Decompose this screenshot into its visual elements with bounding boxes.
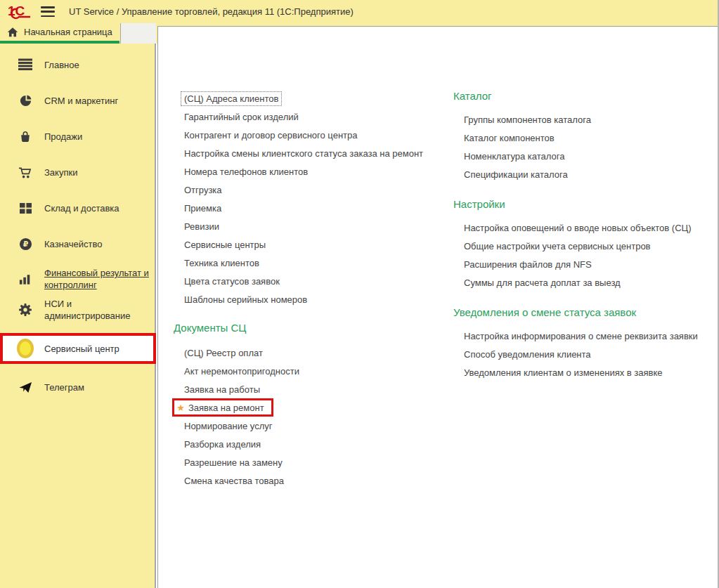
- section-title-notifications: Уведомления о смене статуса заявок: [453, 306, 719, 320]
- pie-chart-icon: [17, 94, 34, 107]
- section-sidebar: Главное CRM и маркетинг Продажи Закупки …: [0, 44, 156, 588]
- docs-links-group: (СЦ) Реестр оплат Акт неремонтопригоднос…: [184, 344, 455, 490]
- link-item[interactable]: Шаблоны серийных номеров: [184, 290, 455, 308]
- link-label[interactable]: Заявка на ремонт: [188, 403, 264, 413]
- link-item[interactable]: Каталог компонентов: [464, 129, 719, 147]
- link-item[interactable]: Разрешение на замену: [184, 453, 455, 471]
- link-item[interactable]: Сервисные центры: [184, 235, 455, 254]
- function-column-2: Каталог Группы компонентов каталога Ката…: [453, 89, 719, 396]
- tab-label: Начальная страница: [24, 27, 112, 37]
- link-item[interactable]: Настройка смены клиентского статуса зака…: [184, 144, 455, 162]
- grid-icon: [17, 202, 34, 214]
- link-item[interactable]: Отгрузка: [184, 181, 455, 199]
- sidebar-item-service-center[interactable]: Сервисный центр: [0, 333, 156, 364]
- sidebar-item-sales[interactable]: Продажи: [0, 122, 156, 150]
- link-item[interactable]: Акт неремонтопригодности: [184, 362, 455, 380]
- section-title-catalog: Каталог: [453, 89, 719, 103]
- link-item[interactable]: (СЦ) Реестр оплат: [184, 344, 455, 362]
- sidebar-item-main[interactable]: Главное: [0, 51, 156, 79]
- svg-text:₽: ₽: [22, 240, 28, 249]
- shopping-bag-icon: [17, 130, 34, 143]
- tab-home-page[interactable]: Начальная страница: [0, 23, 119, 41]
- menu-lines-icon: [17, 58, 34, 71]
- link-item[interactable]: Контрагент и договор сервисного центра: [184, 126, 455, 144]
- link-item[interactable]: Группы компонентов каталога: [464, 110, 719, 129]
- link-item[interactable]: Ревизии: [184, 217, 455, 235]
- link-item[interactable]: Уведомления клиентам о изменениях в заяв…: [464, 363, 719, 381]
- sidebar-item-purchases[interactable]: Закупки: [0, 158, 156, 186]
- yellow-circle-icon: [17, 339, 34, 358]
- telegram-icon: [17, 381, 34, 394]
- gear-icon: [17, 303, 34, 317]
- sidebar-item-warehouse[interactable]: Склад и доставка: [0, 194, 156, 222]
- 1c-logo-icon: 1С: [7, 4, 32, 20]
- section-title-docs: Документы СЦ: [174, 321, 455, 335]
- tab-strip-spacer: [120, 23, 156, 44]
- bar-chart-icon: [17, 273, 34, 285]
- link-item[interactable]: (СЦ) Адреса клиентов: [184, 89, 455, 107]
- link-item[interactable]: Способ уведомления клиента: [464, 345, 719, 363]
- sidebar-item-nsi-administration[interactable]: НСИ и администрирование: [0, 293, 156, 327]
- section-catalog: Каталог Группы компонентов каталога Ката…: [453, 89, 719, 183]
- link-item[interactable]: Суммы для расчета доплат за выезд: [464, 273, 719, 292]
- link-item[interactable]: Номера телефонов клиентов: [184, 162, 455, 181]
- sidebar-item-crm[interactable]: CRM и маркетинг: [0, 86, 156, 115]
- function-column-1: (СЦ) Адреса клиентов Гарантийный срок из…: [174, 89, 455, 490]
- link-item[interactable]: Общие настройки учета сервисных центров: [464, 237, 719, 255]
- ruble-icon: ₽: [17, 237, 34, 251]
- section-settings: Настройки Настройка оповещений о вводе н…: [453, 197, 719, 292]
- link-item[interactable]: Расширения файлов для NFS: [464, 255, 719, 273]
- link-item[interactable]: Приемка: [184, 199, 455, 217]
- shopping-cart-icon: [17, 166, 34, 179]
- sidebar-item-financial-result[interactable]: Финансовый результат и контроллинг: [0, 262, 156, 296]
- link-item[interactable]: Разборка изделия: [184, 435, 455, 453]
- sidebar-item-treasury[interactable]: ₽ Казначейство: [0, 230, 156, 258]
- link-item[interactable]: Номенклатура каталога: [464, 147, 719, 165]
- link-item[interactable]: Настройка информирования о смене реквизи…: [464, 327, 719, 345]
- section-title-settings: Настройки: [453, 197, 719, 211]
- favorite-star-icon: ★: [176, 403, 186, 413]
- link-item[interactable]: Цвета статусов заявок: [184, 272, 455, 290]
- sidebar-item-telegram[interactable]: Телеграм: [0, 373, 156, 401]
- link-item[interactable]: Техника клиентов: [184, 254, 455, 272]
- title-bar: 1С UT Service / Управление торговлей, ре…: [0, 0, 719, 23]
- link-item[interactable]: Спецификации каталога: [464, 165, 719, 183]
- link-repair-request-annotated[interactable]: ★ Заявка на ремонт: [172, 398, 273, 417]
- service-links-group: (СЦ) Адреса клиентов Гарантийный срок из…: [184, 89, 455, 308]
- link-item[interactable]: Нормирование услуг: [184, 417, 455, 435]
- start-page-panel: (СЦ) Адреса клиентов Гарантийный срок из…: [157, 26, 718, 588]
- section-notifications: Уведомления о смене статуса заявок Настр…: [453, 306, 719, 381]
- link-item[interactable]: Настройка оповещений о вводе новых объек…: [464, 218, 719, 237]
- focused-link[interactable]: (СЦ) Адреса клиентов: [181, 91, 282, 106]
- main-menu-icon[interactable]: [41, 6, 55, 17]
- link-item[interactable]: Гарантийный срок изделий: [184, 107, 455, 126]
- window-title: UT Service / Управление торговлей, редак…: [69, 6, 354, 17]
- link-item[interactable]: Заявка на работы: [184, 380, 455, 398]
- link-item[interactable]: Смена качества товара: [184, 471, 455, 490]
- home-icon: [6, 26, 19, 39]
